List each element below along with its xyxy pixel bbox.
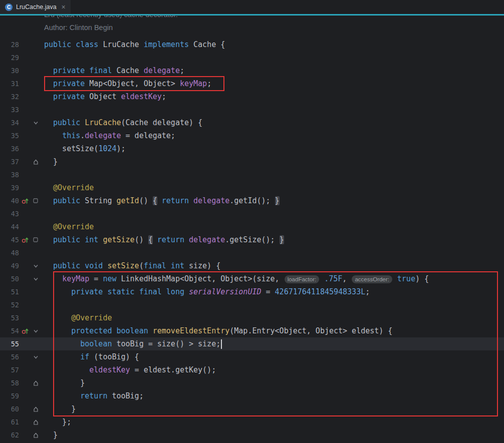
code-line[interactable]: 61 }; <box>0 415 504 428</box>
code-line[interactable]: 58 } <box>0 376 504 389</box>
line-number: 45 <box>0 236 19 244</box>
fold-end-icon[interactable] <box>33 419 39 425</box>
fold-collapse-icon[interactable] <box>33 276 39 282</box>
line-number: 52 <box>0 301 19 309</box>
code-line[interactable]: 60 } <box>0 402 504 415</box>
line-number: 33 <box>0 106 19 114</box>
override-method-icon <box>22 236 29 244</box>
line-number: 28 <box>0 41 19 49</box>
code-line[interactable]: 54 protected boolean removeEldestEntry(M… <box>0 324 504 337</box>
code-text: public LruCache(Cache delegate) { <box>44 118 202 127</box>
line-number: 62 <box>0 431 19 439</box>
code-text: public int getSize() { return delegate.g… <box>44 235 284 244</box>
code-editor[interactable]: Lru (least recently used) cache decorato… <box>0 14 504 443</box>
fold-end-icon[interactable] <box>33 432 39 438</box>
code-line[interactable]: 28public class LruCache implements Cache… <box>0 38 504 51</box>
line-number: 35 <box>0 132 19 140</box>
override-method-icon <box>22 197 29 205</box>
code-line[interactable]: 40 public String getId() { return delega… <box>0 194 504 207</box>
code-line[interactable]: 62 } <box>0 428 504 441</box>
code-line[interactable]: 34 public LruCache(Cache delegate) { <box>0 116 504 129</box>
doc-comment-line[interactable]: Author: Clinton Begin <box>0 21 504 34</box>
line-number: 56 <box>0 353 19 361</box>
line-number: 57 <box>0 366 19 374</box>
line-number: 60 <box>0 405 19 413</box>
line-number: 44 <box>0 223 19 231</box>
fold-end-icon[interactable] <box>33 159 39 165</box>
editor-tab-bar: C LruCache.java × <box>0 0 504 16</box>
line-number: 36 <box>0 145 19 153</box>
code-text: this.delegate = delegate; <box>44 131 175 140</box>
code-text: keyMap = new LinkedHashMap<Object, Objec… <box>44 274 429 283</box>
code-line[interactable]: 50 keyMap = new LinkedHashMap<Object, Ob… <box>0 272 504 285</box>
tab-lrucache-java[interactable]: C LruCache.java × <box>0 0 71 14</box>
code-line[interactable]: 51 private static final long serialVersi… <box>0 285 504 298</box>
fold-region-icon[interactable] <box>33 198 39 204</box>
tab-title: LruCache.java <box>16 4 57 11</box>
line-number: 54 <box>0 327 19 335</box>
line-number: 51 <box>0 288 19 296</box>
code-text: }; <box>44 417 71 426</box>
line-number: 40 <box>0 197 19 205</box>
fold-collapse-icon[interactable] <box>33 120 39 126</box>
line-number: 55 <box>0 340 19 348</box>
code-line[interactable]: 29 <box>0 51 504 64</box>
fold-end-icon[interactable] <box>33 380 39 386</box>
fold-collapse-icon[interactable] <box>33 263 39 269</box>
line-number: 34 <box>0 119 19 127</box>
code-text: return tooBig; <box>44 391 144 400</box>
fold-collapse-icon[interactable] <box>33 354 39 360</box>
code-text: private Object eldestKey; <box>44 92 166 101</box>
code-text: @Override <box>44 222 94 231</box>
line-number: 31 <box>0 80 19 88</box>
code-line[interactable]: 36 setSize(1024); <box>0 142 504 155</box>
code-text: if (tooBig) { <box>44 352 139 361</box>
code-line[interactable]: 55 boolean tooBig = size() > size; <box>0 337 504 350</box>
text-caret <box>221 339 222 349</box>
code-line[interactable]: 59 return tooBig; <box>0 389 504 402</box>
code-text: protected boolean removeEldestEntry(Map.… <box>44 326 392 335</box>
code-line[interactable]: 57 eldestKey = eldest.getKey(); <box>0 363 504 376</box>
code-text: @Override <box>44 183 94 192</box>
code-line[interactable]: 32 private Object eldestKey; <box>0 90 504 103</box>
line-number: 37 <box>0 158 19 166</box>
code-line[interactable]: 48 <box>0 246 504 259</box>
line-number: 48 <box>0 249 19 257</box>
code-text: } <box>44 430 58 439</box>
line-number: 53 <box>0 314 19 322</box>
code-line[interactable]: 38 <box>0 168 504 181</box>
line-number: 61 <box>0 418 19 426</box>
code-line[interactable]: 35 this.delegate = delegate; <box>0 129 504 142</box>
override-method-icon <box>22 327 29 335</box>
code-line[interactable]: 30 private final Cache delegate; <box>0 64 504 77</box>
code-line[interactable]: 33 <box>0 103 504 116</box>
code-line[interactable]: 53 @Override <box>0 311 504 324</box>
code-line[interactable]: 52 <box>0 298 504 311</box>
code-text: public String getId() { return delegate.… <box>44 196 280 205</box>
code-text: private Map<Object, Object> keyMap; <box>44 79 211 88</box>
fold-end-icon[interactable] <box>33 406 39 412</box>
code-text: public void setSize(final int size) { <box>44 261 220 270</box>
code-line[interactable]: 31 private Map<Object, Object> keyMap; <box>0 77 504 90</box>
code-line[interactable]: 44 @Override <box>0 220 504 233</box>
code-text: private static final long serialVersionU… <box>44 287 370 296</box>
code-line[interactable]: 43 <box>0 207 504 220</box>
line-number: 50 <box>0 275 19 283</box>
code-text: public class LruCache implements Cache { <box>44 40 225 49</box>
line-number: 59 <box>0 392 19 400</box>
code-text: } <box>44 157 58 166</box>
line-number: 32 <box>0 93 19 101</box>
code-text: eldestKey = eldest.getKey(); <box>44 365 216 374</box>
code-line[interactable]: 45 public int getSize() { return delegat… <box>0 233 504 246</box>
line-number: 30 <box>0 67 19 75</box>
code-line[interactable]: 37 } <box>0 155 504 168</box>
code-line[interactable]: 39 @Override <box>0 181 504 194</box>
code-line[interactable]: 49 public void setSize(final int size) { <box>0 259 504 272</box>
tab-close-icon[interactable]: × <box>62 4 66 11</box>
fold-collapse-icon[interactable] <box>33 328 39 334</box>
code-text: } <box>44 378 85 387</box>
line-number: 58 <box>0 379 19 387</box>
fold-region-icon[interactable] <box>33 237 39 243</box>
code-line[interactable]: 56 if (tooBig) { <box>0 350 504 363</box>
line-number: 49 <box>0 262 19 270</box>
